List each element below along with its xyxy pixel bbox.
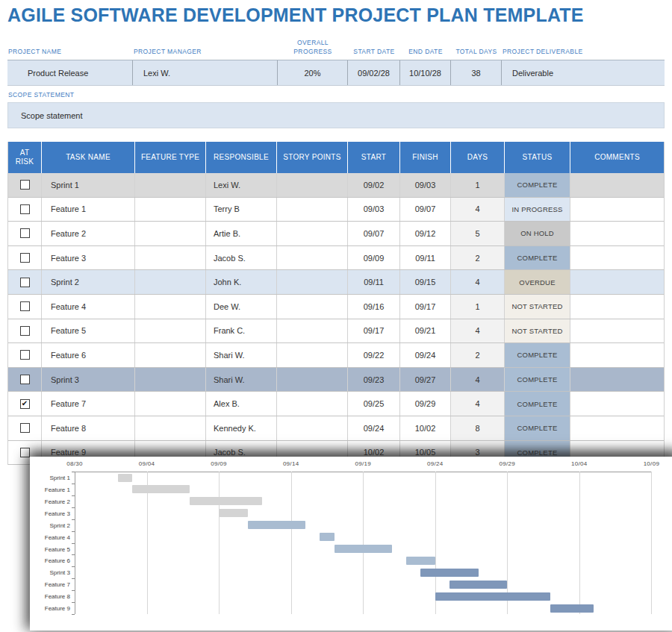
days-cell[interactable]: 4 bbox=[451, 270, 505, 294]
finish-cell[interactable]: 09/07 bbox=[400, 198, 451, 222]
status-cell[interactable]: NOT STARTED bbox=[505, 295, 570, 319]
feature-type-cell[interactable] bbox=[135, 222, 206, 245]
finish-cell[interactable]: 09/03 bbox=[400, 173, 451, 197]
project-manager-value[interactable]: Lexi W. bbox=[133, 60, 278, 85]
comments-cell[interactable] bbox=[570, 343, 664, 367]
days-cell[interactable]: 4 bbox=[451, 392, 505, 416]
status-cell[interactable]: COMPLETE bbox=[505, 343, 570, 367]
responsible-cell[interactable]: John K. bbox=[206, 270, 277, 294]
status-cell[interactable]: NOT STARTED bbox=[505, 319, 570, 343]
days-cell[interactable]: 2 bbox=[451, 246, 505, 270]
days-cell[interactable]: 4 bbox=[451, 319, 505, 343]
start-cell[interactable]: 09/16 bbox=[348, 295, 400, 319]
feature-type-cell[interactable] bbox=[135, 392, 206, 416]
responsible-cell[interactable]: Shari W. bbox=[206, 343, 277, 367]
task-name-cell[interactable]: Sprint 1 bbox=[42, 173, 135, 197]
task-name-cell[interactable]: Feature 3 bbox=[42, 246, 135, 270]
start-cell[interactable]: 09/24 bbox=[348, 416, 400, 440]
feature-type-cell[interactable] bbox=[135, 246, 206, 270]
task-name-cell[interactable]: Feature 1 bbox=[42, 198, 135, 222]
comments-cell[interactable] bbox=[570, 198, 664, 222]
comments-cell[interactable] bbox=[570, 246, 664, 270]
story-points-cell[interactable] bbox=[277, 173, 348, 197]
start-cell[interactable]: 09/23 bbox=[348, 368, 400, 392]
task-name-cell[interactable]: Feature 7 bbox=[42, 392, 135, 416]
responsible-cell[interactable]: Kennedy K. bbox=[206, 416, 277, 440]
total-days-value[interactable]: 38 bbox=[451, 60, 502, 85]
finish-cell[interactable]: 09/11 bbox=[400, 246, 451, 270]
start-cell[interactable]: 09/22 bbox=[348, 343, 400, 367]
story-points-cell[interactable] bbox=[277, 246, 348, 270]
days-cell[interactable]: 1 bbox=[451, 173, 505, 197]
start-cell[interactable]: 09/03 bbox=[348, 198, 400, 222]
at-risk-checkbox[interactable] bbox=[20, 253, 30, 263]
status-cell[interactable]: COMPLETE bbox=[505, 173, 570, 197]
responsible-cell[interactable]: Shari W. bbox=[206, 368, 277, 392]
start-cell[interactable]: 09/02 bbox=[348, 173, 400, 197]
start-cell[interactable]: 09/07 bbox=[348, 222, 400, 245]
at-risk-checkbox[interactable] bbox=[20, 448, 30, 457]
task-name-cell[interactable]: Feature 6 bbox=[42, 343, 135, 367]
story-points-cell[interactable] bbox=[277, 343, 348, 367]
feature-type-cell[interactable] bbox=[135, 343, 206, 367]
feature-type-cell[interactable] bbox=[135, 368, 206, 392]
task-name-cell[interactable]: Feature 2 bbox=[42, 222, 135, 245]
at-risk-checkbox[interactable] bbox=[20, 350, 30, 360]
feature-type-cell[interactable] bbox=[135, 173, 206, 197]
feature-type-cell[interactable] bbox=[135, 270, 206, 294]
comments-cell[interactable] bbox=[570, 416, 664, 440]
at-risk-checkbox[interactable] bbox=[20, 423, 30, 433]
comments-cell[interactable] bbox=[570, 295, 664, 319]
finish-cell[interactable]: 09/29 bbox=[400, 392, 451, 416]
finish-cell[interactable]: 09/15 bbox=[400, 270, 451, 294]
start-date-value[interactable]: 09/02/28 bbox=[348, 60, 400, 85]
story-points-cell[interactable] bbox=[277, 270, 348, 294]
comments-cell[interactable] bbox=[570, 368, 664, 392]
feature-type-cell[interactable] bbox=[135, 295, 206, 319]
finish-cell[interactable]: 09/27 bbox=[400, 368, 451, 392]
at-risk-checkbox[interactable] bbox=[20, 375, 30, 384]
status-cell[interactable]: ON HOLD bbox=[505, 222, 570, 245]
story-points-cell[interactable] bbox=[277, 319, 348, 343]
feature-type-cell[interactable] bbox=[135, 198, 206, 222]
at-risk-checkbox[interactable] bbox=[20, 278, 30, 287]
responsible-cell[interactable]: Jacob S. bbox=[206, 246, 277, 270]
overall-progress-value[interactable]: 20% bbox=[278, 60, 348, 85]
end-date-value[interactable]: 10/10/28 bbox=[400, 60, 451, 85]
start-cell[interactable]: 09/25 bbox=[348, 392, 400, 416]
comments-cell[interactable] bbox=[570, 222, 664, 245]
comments-cell[interactable] bbox=[570, 173, 664, 197]
story-points-cell[interactable] bbox=[277, 198, 348, 222]
status-cell[interactable]: IN PROGRESS bbox=[505, 198, 570, 222]
finish-cell[interactable]: 09/17 bbox=[400, 295, 451, 319]
finish-cell[interactable]: 09/21 bbox=[400, 319, 451, 343]
feature-type-cell[interactable] bbox=[135, 319, 206, 343]
task-name-cell[interactable]: Feature 4 bbox=[42, 295, 135, 319]
story-points-cell[interactable] bbox=[277, 222, 348, 245]
status-cell[interactable]: COMPLETE bbox=[505, 416, 570, 440]
story-points-cell[interactable] bbox=[277, 416, 348, 440]
at-risk-checkbox[interactable] bbox=[20, 301, 30, 311]
task-name-cell[interactable]: Feature 8 bbox=[42, 416, 135, 440]
task-name-cell[interactable]: Sprint 2 bbox=[42, 270, 135, 294]
feature-type-cell[interactable] bbox=[135, 416, 206, 440]
project-deliverable-value[interactable]: Deliverable bbox=[502, 60, 665, 85]
start-cell[interactable]: 09/09 bbox=[348, 246, 400, 270]
scope-statement-value[interactable]: Scope statement bbox=[7, 102, 665, 128]
days-cell[interactable]: 8 bbox=[451, 416, 505, 440]
responsible-cell[interactable]: Frank C. bbox=[206, 319, 277, 343]
task-name-cell[interactable]: Sprint 3 bbox=[42, 368, 135, 392]
story-points-cell[interactable] bbox=[277, 392, 348, 416]
status-cell[interactable]: COMPLETE bbox=[505, 246, 570, 270]
at-risk-checkbox[interactable]: ✔ bbox=[20, 399, 30, 409]
responsible-cell[interactable]: Terry B bbox=[206, 198, 277, 222]
status-cell[interactable]: COMPLETE bbox=[505, 392, 570, 416]
story-points-cell[interactable] bbox=[277, 295, 348, 319]
days-cell[interactable]: 4 bbox=[451, 368, 505, 392]
at-risk-checkbox[interactable] bbox=[20, 228, 30, 238]
finish-cell[interactable]: 09/24 bbox=[400, 343, 451, 367]
status-cell[interactable]: OVERDUE bbox=[505, 270, 570, 294]
comments-cell[interactable] bbox=[570, 319, 664, 343]
start-cell[interactable]: 09/17 bbox=[348, 319, 400, 343]
at-risk-checkbox[interactable] bbox=[20, 326, 30, 336]
